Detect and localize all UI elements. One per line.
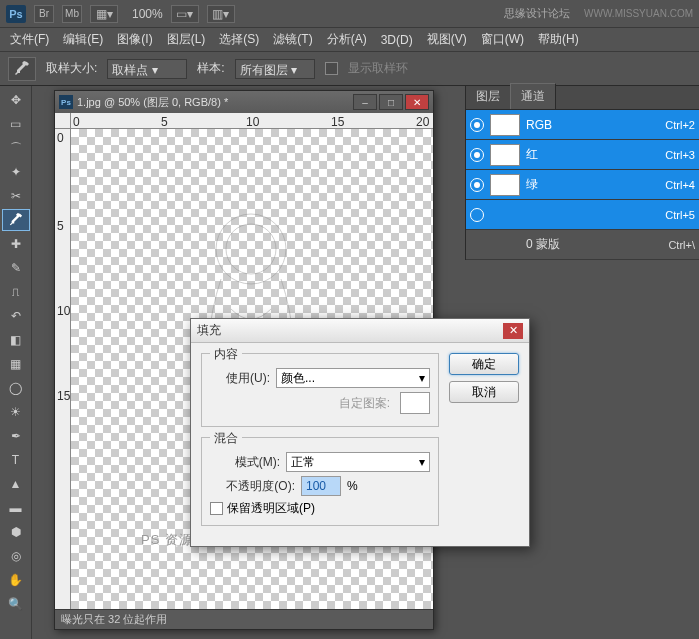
pen-tool-icon[interactable]: ✒	[2, 425, 30, 447]
opacity-label: 不透明度(O):	[210, 478, 295, 495]
blend-legend: 混合	[210, 430, 242, 447]
sample-select[interactable]: 所有图层 ▾	[235, 59, 315, 79]
preserve-checkbox[interactable]	[210, 502, 223, 515]
document-title: 1.jpg @ 50% (图层 0, RGB/8) *	[77, 95, 353, 110]
channel-blue[interactable]: Ctrl+5	[466, 200, 699, 230]
menubar: 文件(F) 编辑(E) 图像(I) 图层(L) 选择(S) 滤镜(T) 分析(A…	[0, 28, 699, 52]
move-tool-icon[interactable]: ✥	[2, 89, 30, 111]
extras-icon[interactable]: ▥▾	[207, 5, 235, 23]
dialog-close-button[interactable]: ✕	[503, 323, 523, 339]
mode-select[interactable]: 正常▾	[286, 452, 430, 472]
channels-panel: 图层 通道 RGB Ctrl+2 红 Ctrl+3 绿 Ctrl+4	[465, 86, 699, 260]
eyedropper-tool-icon[interactable]	[2, 209, 30, 231]
gradient-tool-icon[interactable]: ▦	[2, 353, 30, 375]
dialog-title: 填充	[197, 322, 503, 339]
brush-tool-icon[interactable]: ✎	[2, 257, 30, 279]
shape-tool-icon[interactable]: ▬	[2, 497, 30, 519]
channel-mask[interactable]: 0 蒙版 Ctrl+\	[466, 230, 699, 260]
svg-point-1	[226, 224, 276, 274]
opacity-input[interactable]	[301, 476, 341, 496]
document-status: 曝光只在 32 位起作用	[55, 609, 433, 629]
type-tool-icon[interactable]: T	[2, 449, 30, 471]
hand-tool-icon[interactable]: ✋	[2, 569, 30, 591]
ruler-horizontal[interactable]: 0 5 10 15 20	[71, 113, 433, 129]
close-button[interactable]: ✕	[405, 94, 429, 110]
tab-channels[interactable]: 通道	[510, 83, 556, 109]
menu-filter[interactable]: 滤镜(T)	[267, 29, 318, 50]
heal-tool-icon[interactable]: ✚	[2, 233, 30, 255]
dialog-titlebar[interactable]: 填充 ✕	[191, 319, 529, 343]
docs-arrange-icon[interactable]: ▦▾	[90, 5, 118, 23]
ok-button[interactable]: 确定	[449, 353, 519, 375]
doc-ps-icon: Ps	[59, 95, 73, 109]
ps-logo-icon: Ps	[6, 5, 26, 23]
minimize-button[interactable]: –	[353, 94, 377, 110]
show-ring-label: 显示取样环	[348, 60, 408, 77]
blend-fieldset: 混合 模式(M): 正常▾ 不透明度(O): % 保留透明区域(P)	[201, 437, 439, 526]
channel-green[interactable]: 绿 Ctrl+4	[466, 170, 699, 200]
menu-select[interactable]: 选择(S)	[213, 29, 265, 50]
marquee-tool-icon[interactable]: ▭	[2, 113, 30, 135]
channel-rgb[interactable]: RGB Ctrl+2	[466, 110, 699, 140]
menu-layer[interactable]: 图层(L)	[161, 29, 212, 50]
fill-dialog: 填充 ✕ 内容 使用(U): 颜色...▾ 自定图案: 混合	[190, 318, 530, 547]
sample-size-select[interactable]: 取样点 ▾	[107, 59, 187, 79]
menu-window[interactable]: 窗口(W)	[475, 29, 530, 50]
maximize-button[interactable]: □	[379, 94, 403, 110]
stamp-tool-icon[interactable]: ⎍	[2, 281, 30, 303]
zoom-tool-icon[interactable]: 🔍	[2, 593, 30, 615]
ruler-vertical[interactable]: 0 5 10 15	[55, 129, 71, 609]
use-label: 使用(U):	[210, 370, 270, 387]
menu-edit[interactable]: 编辑(E)	[57, 29, 109, 50]
sample-size-label: 取样大小:	[46, 60, 97, 77]
eye-icon[interactable]	[470, 178, 484, 192]
menu-image[interactable]: 图像(I)	[111, 29, 158, 50]
options-bar: 取样大小: 取样点 ▾ 样本: 所有图层 ▾ 显示取样环	[0, 52, 699, 86]
bridge-icon[interactable]: Br	[34, 5, 54, 23]
mode-label: 模式(M):	[210, 454, 280, 471]
toolbox: ✥ ▭ ⌒ ✦ ✂ ✚ ✎ ⎍ ↶ ◧ ▦ ◯ ☀ ✒ T ▲ ▬ ⬢ ◎ ✋ …	[0, 86, 32, 639]
channel-thumb	[490, 114, 520, 136]
channel-thumb	[490, 174, 520, 196]
eraser-tool-icon[interactable]: ◧	[2, 329, 30, 351]
show-ring-checkbox[interactable]	[325, 62, 338, 75]
pattern-label: 自定图案:	[290, 395, 390, 412]
sample-label: 样本:	[197, 60, 224, 77]
use-select[interactable]: 颜色...▾	[276, 368, 430, 388]
app-topbar: Ps Br Mb ▦▾ 100% ▭▾ ▥▾ 思缘设计论坛 WWW.MISSYU…	[0, 0, 699, 28]
eye-icon[interactable]	[470, 118, 484, 132]
eye-icon[interactable]	[470, 148, 484, 162]
path-select-icon[interactable]: ▲	[2, 473, 30, 495]
history-brush-icon[interactable]: ↶	[2, 305, 30, 327]
channel-red[interactable]: 红 Ctrl+3	[466, 140, 699, 170]
crop-tool-icon[interactable]: ✂	[2, 185, 30, 207]
zoom-display[interactable]: 100%	[132, 7, 163, 21]
channel-list: RGB Ctrl+2 红 Ctrl+3 绿 Ctrl+4 Ctrl+5	[466, 110, 699, 260]
3d-tool-icon[interactable]: ⬢	[2, 521, 30, 543]
dodge-tool-icon[interactable]: ☀	[2, 401, 30, 423]
opacity-unit: %	[347, 479, 358, 493]
forum-url: WWW.MISSYUAN.COM	[584, 8, 693, 19]
menu-help[interactable]: 帮助(H)	[532, 29, 585, 50]
menu-analysis[interactable]: 分析(A)	[321, 29, 373, 50]
eye-icon[interactable]	[470, 208, 484, 222]
wand-tool-icon[interactable]: ✦	[2, 161, 30, 183]
screen-mode-icon[interactable]: ▭▾	[171, 5, 199, 23]
tab-layers[interactable]: 图层	[466, 84, 510, 109]
cancel-button[interactable]: 取消	[449, 381, 519, 403]
blur-tool-icon[interactable]: ◯	[2, 377, 30, 399]
eyedropper-icon[interactable]	[8, 57, 36, 81]
minibridge-icon[interactable]: Mb	[62, 5, 82, 23]
3d-cam-icon[interactable]: ◎	[2, 545, 30, 567]
menu-3d[interactable]: 3D(D)	[375, 31, 419, 49]
document-titlebar[interactable]: Ps 1.jpg @ 50% (图层 0, RGB/8) * – □ ✕	[55, 91, 433, 113]
channel-thumb	[490, 144, 520, 166]
content-fieldset: 内容 使用(U): 颜色...▾ 自定图案:	[201, 353, 439, 427]
ruler-corner	[55, 113, 71, 129]
menu-view[interactable]: 视图(V)	[421, 29, 473, 50]
lasso-tool-icon[interactable]: ⌒	[2, 137, 30, 159]
pattern-swatch	[400, 392, 430, 414]
preserve-label: 保留透明区域(P)	[227, 500, 315, 517]
forum-text: 思缘设计论坛	[504, 6, 570, 21]
menu-file[interactable]: 文件(F)	[4, 29, 55, 50]
